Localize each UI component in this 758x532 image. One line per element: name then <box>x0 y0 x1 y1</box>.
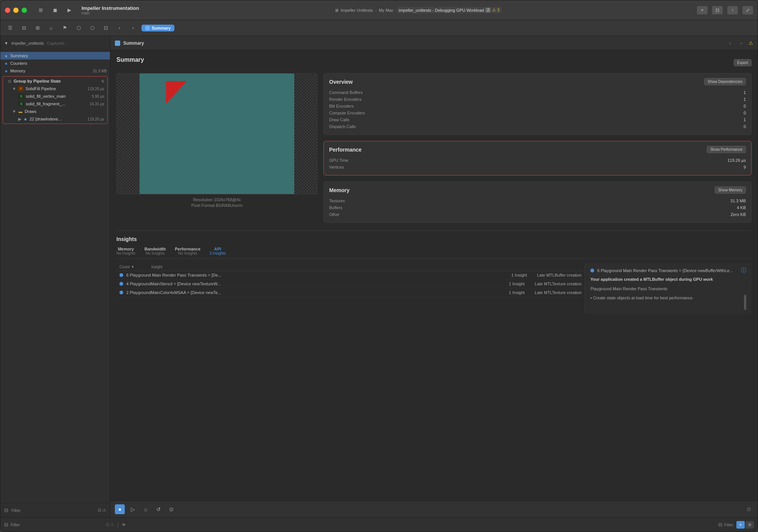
stat-vertices: Vertices 9 <box>329 164 746 171</box>
insight-row-1[interactable]: 6 Playground Main Render Pass Transients… <box>116 271 585 280</box>
toolbar: ☰ ⊟ ⊞ ⌕ ⚑ ⬡ ⬡ ⊡ ‹ › Summary <box>0 20 758 36</box>
tab-api[interactable]: API 3 Insights <box>210 247 226 255</box>
tab-icon <box>145 26 150 30</box>
draw-call-item[interactable]: ▶ ● 22 [drawIndexe... 119.26 µs <box>3 115 107 123</box>
search-icon[interactable]: ⌕ <box>46 23 56 33</box>
time-icon: ⊙ <box>169 506 174 512</box>
time-button[interactable]: ⊙ <box>166 504 176 514</box>
solidfill-pipeline-item[interactable]: ▼ R SolidFill Pipeline 119.26 µs <box>3 85 107 92</box>
stat-value: 0 <box>744 124 746 129</box>
fragment-shader-item[interactable]: S solid_fill_fragment_... 14.31 µs <box>3 100 107 108</box>
title-bar-right: + ⊡ ↑ ⤢ <box>697 6 753 14</box>
record-button[interactable]: ■ <box>115 504 125 514</box>
show-dependencies-button[interactable]: Show Dependencies <box>704 78 746 85</box>
main-content: ▼ impeller_unittests Captured... ■ Summa… <box>0 36 758 517</box>
stat-label: Buffers <box>329 205 342 210</box>
insight-row-3[interactable]: 2 PlaygroundMainColor4xMSAA = [Device ne… <box>116 288 585 297</box>
tab-label: Summary <box>152 26 171 30</box>
split-view-button[interactable]: ⊡ <box>712 6 723 14</box>
insight-row-2[interactable]: 4 PlaygroundMainStencil = [Device newTex… <box>116 280 585 288</box>
breadcrumb-item-1[interactable]: Impeller Unittests <box>341 8 373 13</box>
counters-icon: ■ <box>3 61 9 66</box>
add-tab-button[interactable]: + <box>697 6 708 14</box>
group-label: Group by Pipeline State <box>14 79 100 83</box>
visibility-btn[interactable]: 👁 <box>122 523 126 527</box>
filter-icon[interactable]: ⊟ <box>19 23 29 33</box>
pipeline-R-icon: R <box>18 86 24 91</box>
insight-type-1: Late MTLBuffer creation <box>537 273 582 277</box>
minimize-button[interactable] <box>13 8 19 13</box>
performance-header: Performance Show Performance <box>329 146 746 153</box>
nav-forward-button[interactable]: › <box>128 23 138 33</box>
nav-right-button[interactable]: › <box>737 39 745 47</box>
flag-icon[interactable]: ⚑ <box>60 23 70 33</box>
stat-label: Textures <box>329 199 345 203</box>
overview-title: Overview <box>329 79 353 85</box>
sidebar-toggle-icon[interactable]: ⊞ <box>35 5 46 16</box>
show-performance-button[interactable]: Show Performance <box>707 146 746 153</box>
tab-performance[interactable]: Performance No Insights <box>175 247 200 255</box>
play-button[interactable]: ▶ <box>64 5 75 16</box>
filter-button[interactable]: Filter <box>11 523 20 527</box>
summary-tab[interactable]: Summary <box>141 25 174 31</box>
warning-count: ⚠ 3 <box>492 8 499 13</box>
hierarchy-icon[interactable]: ⊞ <box>32 23 43 33</box>
grid-icon[interactable]: ⊡ <box>100 23 111 33</box>
sidebar-item-summary[interactable]: ■ Summary <box>0 52 110 59</box>
breakpoint-icon[interactable]: ⬡ <box>73 23 84 33</box>
tab-api-label: API <box>210 247 226 251</box>
nav-back-button[interactable]: ‹ <box>114 23 125 33</box>
tab-memory-sub: No Insights <box>116 251 135 255</box>
sidebar-icon[interactable]: ☰ <box>5 23 16 33</box>
close-button[interactable] <box>5 8 10 13</box>
export-button[interactable]: Export <box>734 59 752 66</box>
filter-button-right[interactable]: ⊟ Filter <box>718 522 733 527</box>
insight-type-2: Late MTLTexture creation <box>535 282 582 286</box>
pipeline-group: ⊟ Group by Pipeline State ⇅ ▼ R SolidFil… <box>3 76 108 124</box>
insight-text-2: 4 PlaygroundMainStencil = [Device newTex… <box>126 282 506 286</box>
title-bar-center: 🖥 Impeller Unittests › My Mac impeller_u… <box>139 7 697 13</box>
sidebar-item-counters[interactable]: ■ Counters <box>0 59 110 67</box>
stat-command-buffers: Command Buffers 1 <box>329 89 746 96</box>
stat-value: 1 <box>744 117 746 122</box>
filter-label[interactable]: Filter <box>11 508 20 513</box>
insight-type-3: Late MTLTexture creation <box>535 290 582 295</box>
fullscreen-button[interactable]: ⤢ <box>742 6 753 14</box>
draw-circle-icon: ● <box>23 116 28 122</box>
sidebar-tree: ■ Summary ■ Counters ■ Memory 31.3 MB ⊟ … <box>0 50 110 503</box>
show-memory-button[interactable]: Show Memory <box>715 186 746 194</box>
vertex-shader-label: solid_fill_vertex_main <box>26 94 90 99</box>
insight-dot-3 <box>119 291 123 294</box>
view-toggle: ≡ ⊞ <box>736 521 754 529</box>
checker-left <box>117 74 140 194</box>
maximize-button[interactable] <box>22 8 27 13</box>
breadcrumb-icon: 🖥 <box>334 8 339 13</box>
tab-memory-label: Memory <box>116 247 135 251</box>
nav-left-button[interactable]: ‹ <box>726 39 734 47</box>
stat-value: 1 <box>744 97 746 102</box>
list-view-button[interactable]: ≡ <box>736 521 745 529</box>
connect-icon[interactable]: ⬡ <box>87 23 97 33</box>
group-by-pipeline-btn[interactable]: ⊟ Group by Pipeline State ⇅ <box>3 77 107 85</box>
stat-textures: Textures 31.3 MB <box>329 197 746 204</box>
expand-icon[interactable]: ⊡ <box>745 505 753 513</box>
debug-session-badge[interactable]: impeller_unittests - Debugging GPU Workl… <box>397 7 502 13</box>
refresh-button[interactable]: ↺ <box>154 504 163 514</box>
breadcrumb-item-2[interactable]: My Mac <box>379 8 394 13</box>
sidebar-item-memory[interactable]: ■ Memory 31.3 MB <box>0 67 110 75</box>
tab-bandwidth[interactable]: Bandwidth No Insights <box>144 247 166 255</box>
summary-icon: ■ <box>3 53 9 58</box>
expand-icon: ▼ <box>12 86 16 91</box>
title-bar-left: ⊞ ◼ ▶ Impeller Instrumentation main <box>5 5 139 16</box>
play-frame-button[interactable]: ▷ <box>128 504 138 514</box>
shader-S-icon-1: S <box>18 94 24 99</box>
share-button[interactable]: ↑ <box>727 6 738 14</box>
draws-item[interactable]: ▼ ▬ Draws <box>3 108 107 115</box>
scrollbar[interactable] <box>744 295 746 310</box>
camera-button[interactable]: ⌂ <box>141 504 151 514</box>
vertex-shader-item[interactable]: S solid_fill_vertex_main 5.96 µs <box>3 92 107 100</box>
stop-button[interactable]: ◼ <box>50 5 60 16</box>
title-bar: ⊞ ◼ ▶ Impeller Instrumentation main 🖥 Im… <box>0 0 758 20</box>
tab-memory[interactable]: Memory No Insights <box>116 247 135 255</box>
grid-view-button[interactable]: ⊞ <box>745 521 754 529</box>
